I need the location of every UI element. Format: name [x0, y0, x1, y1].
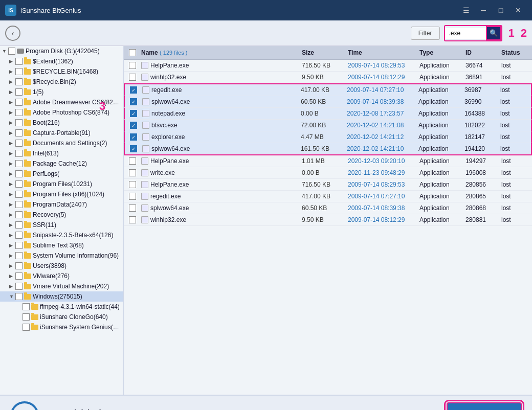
- sidebar-item[interactable]: ▶1(5): [0, 87, 123, 97]
- sidebar-item[interactable]: ▶Captura-Portable(91): [0, 128, 123, 138]
- sidebar-checkbox[interactable]: [15, 129, 23, 136]
- row-checkbox[interactable]: [130, 98, 137, 105]
- table-row[interactable]: write.exe0.00 B2020-11-23 09:48:29Applic…: [124, 167, 532, 179]
- sidebar-checkbox[interactable]: [15, 99, 23, 106]
- table-row[interactable]: HelpPane.exe716.50 KB2009-07-14 08:29:53…: [124, 60, 532, 72]
- table-row[interactable]: regedit.exe417.00 KB2009-07-14 07:27:10A…: [124, 83, 532, 96]
- sidebar-item[interactable]: ▶Adobe Photoshop CS6(874): [0, 107, 123, 118]
- table-row[interactable]: regedit.exe417.00 KB2009-07-14 07:27:10A…: [124, 191, 532, 202]
- sidebar-item[interactable]: ▶Recovery(5): [0, 210, 123, 220]
- filter-button[interactable]: Filter: [411, 27, 440, 40]
- table-row[interactable]: splwow64.exe60.50 KB2009-07-14 08:39:38A…: [124, 96, 532, 108]
- maximize-button[interactable]: □: [492, 0, 509, 20]
- header-status[interactable]: Status: [501, 49, 532, 56]
- sidebar-item[interactable]: ▶Package Cache(12): [0, 158, 123, 169]
- row-checkbox[interactable]: [130, 133, 137, 141]
- sidebar-item[interactable]: ▶$Recycle.Bin(2): [0, 77, 123, 87]
- sidebar-checkbox[interactable]: [15, 180, 23, 188]
- sidebar-checkbox[interactable]: [15, 140, 23, 147]
- sidebar-root[interactable]: ▼ Program Disk (G:)(422045): [0, 46, 123, 56]
- search-input[interactable]: [445, 28, 486, 39]
- row-checkbox[interactable]: [129, 169, 136, 176]
- sidebar-checkbox[interactable]: [15, 109, 23, 116]
- sidebar-checkbox[interactable]: [15, 293, 23, 300]
- sidebar-checkbox[interactable]: [15, 78, 23, 85]
- sidebar-item[interactable]: ▶System Volume Information(96): [0, 250, 123, 261]
- sidebar-checkbox[interactable]: [15, 160, 23, 167]
- sidebar-item[interactable]: ▶Sublime Text 3(68): [0, 240, 123, 250]
- sidebar-checkbox[interactable]: [15, 262, 23, 269]
- back-button[interactable]: ‹: [5, 26, 20, 41]
- sidebar-item[interactable]: ▶SSR(11): [0, 220, 123, 230]
- sidebar-item[interactable]: ▼Windows(275015): [0, 291, 123, 302]
- sidebar-item[interactable]: ▶Documents and Settings(2): [0, 138, 123, 148]
- row-checkbox[interactable]: [129, 74, 136, 81]
- table-row[interactable]: splwow64.exe161.50 KB2020-12-02 14:21:10…: [124, 143, 532, 155]
- sidebar-checkbox[interactable]: [15, 88, 23, 96]
- sidebar-checkbox[interactable]: [15, 191, 23, 198]
- header-name[interactable]: Name ( 129 files ): [141, 49, 302, 56]
- table-row[interactable]: winhlp32.exe9.50 KB2009-07-14 08:12:29Ap…: [124, 214, 532, 226]
- menu-button[interactable]: ☰: [457, 0, 475, 20]
- header-size[interactable]: Size: [302, 49, 348, 56]
- sidebar-item[interactable]: ▶Vmare Virtual Machine(202): [0, 281, 123, 291]
- table-row[interactable]: bfsvc.exe72.00 KB2020-12-02 14:21:08Appl…: [124, 120, 532, 131]
- table-row[interactable]: winhlp32.exe9.50 KB2009-07-14 08:12:29Ap…: [124, 72, 532, 83]
- header-time[interactable]: Time: [348, 49, 419, 56]
- sidebar-item[interactable]: ▶VMware(276): [0, 271, 123, 281]
- sidebar-checkbox[interactable]: [15, 252, 23, 259]
- sidebar-checkbox[interactable]: [15, 68, 23, 75]
- select-all-checkbox[interactable]: [129, 49, 136, 56]
- row-checkbox[interactable]: [129, 193, 136, 200]
- header-check[interactable]: [124, 49, 141, 56]
- header-type[interactable]: Type: [419, 49, 465, 56]
- table-row[interactable]: HelpPane.exe716.50 KB2009-07-14 08:29:53…: [124, 179, 532, 191]
- minimize-button[interactable]: ─: [475, 0, 492, 20]
- sidebar-item[interactable]: ▶Intel(613): [0, 148, 123, 158]
- sidebar-checkbox[interactable]: [15, 242, 23, 249]
- row-checkbox[interactable]: [130, 145, 137, 152]
- sidebar-item[interactable]: ▶ProgramData(2407): [0, 199, 123, 210]
- row-checkbox[interactable]: [130, 86, 137, 94]
- sidebar-checkbox[interactable]: [15, 283, 23, 290]
- recover-button[interactable]: Recover: [447, 402, 522, 411]
- sidebar-checkbox[interactable]: [15, 119, 23, 126]
- sidebar-checkbox[interactable]: [23, 313, 30, 321]
- sidebar-item[interactable]: ▶PerfLogs(: [0, 169, 123, 179]
- sidebar-item[interactable]: ▶Adobe Dreamweaver CS6(8215): [0, 97, 123, 107]
- table-row[interactable]: explorer.exe4.47 MB2020-12-02 14:21:12Ap…: [124, 131, 532, 143]
- sidebar-checkbox[interactable]: [15, 272, 23, 280]
- sidebar-item[interactable]: ffmpeg-4.3.1-win64-static(44): [0, 302, 123, 312]
- row-checkbox[interactable]: [129, 181, 136, 188]
- sidebar-item[interactable]: ▶$RECYCLE.BIN(16468): [0, 66, 123, 77]
- sidebar-checkbox[interactable]: [23, 324, 30, 331]
- row-checkbox[interactable]: [129, 216, 136, 223]
- sidebar-checkbox[interactable]: [15, 221, 23, 229]
- sidebar-checkbox[interactable]: [15, 211, 23, 218]
- table-row[interactable]: HelpPane.exe1.01 MB2020-12-03 09:20:10Ap…: [124, 155, 532, 167]
- table-row[interactable]: notepad.exe0.00 B2020-12-08 17:23:57Appl…: [124, 108, 532, 120]
- sidebar-item[interactable]: ▶Users(3898): [0, 261, 123, 271]
- row-checkbox[interactable]: [129, 157, 136, 165]
- sidebar-root-checkbox[interactable]: [8, 48, 15, 55]
- header-id[interactable]: ID: [465, 49, 501, 56]
- sidebar-item[interactable]: iSunshare System Genius(13): [0, 322, 123, 332]
- table-row[interactable]: splwow64.exe60.50 KB2009-07-14 08:39:38A…: [124, 202, 532, 214]
- sidebar-checkbox[interactable]: [15, 201, 23, 208]
- sidebar-item[interactable]: iSunshare CloneGo(640): [0, 312, 123, 322]
- search-button[interactable]: 🔍: [486, 26, 501, 40]
- sidebar-item[interactable]: ▶Program Files(10231): [0, 179, 123, 189]
- sidebar-checkbox[interactable]: [15, 170, 23, 177]
- sidebar-item[interactable]: ▶Snipaste-2.3.5-Beta-x64(126): [0, 230, 123, 240]
- sidebar-checkbox[interactable]: [15, 232, 23, 239]
- close-button[interactable]: ✕: [509, 0, 527, 20]
- row-checkbox[interactable]: [129, 62, 136, 69]
- row-checkbox[interactable]: [130, 110, 137, 117]
- sidebar-item[interactable]: ▶$Extend(1362): [0, 56, 123, 66]
- row-checkbox[interactable]: [130, 122, 137, 129]
- sidebar-checkbox[interactable]: [23, 303, 30, 310]
- sidebar-checkbox[interactable]: [15, 150, 23, 157]
- sidebar-item[interactable]: ▶Program Files (x86)(1024): [0, 189, 123, 199]
- sidebar-item[interactable]: ▶Boot(216): [0, 118, 123, 128]
- row-checkbox[interactable]: [129, 204, 136, 212]
